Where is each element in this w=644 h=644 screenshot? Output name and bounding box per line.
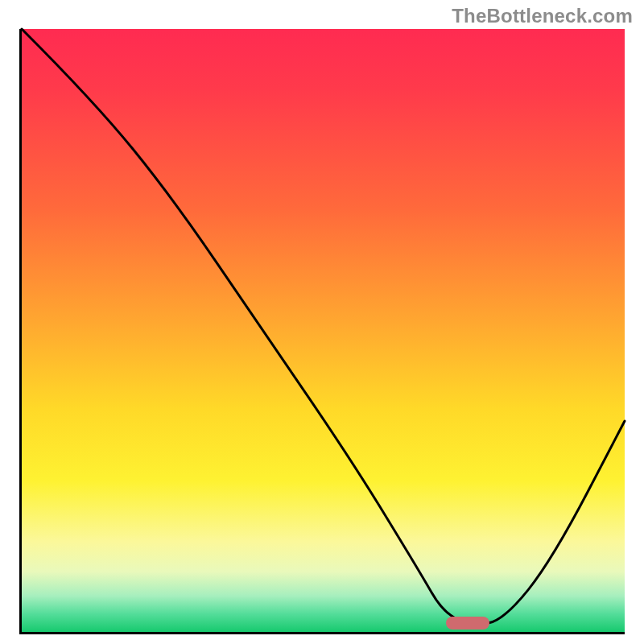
chart-line-layer xyxy=(22,29,625,632)
chart-axes-box xyxy=(19,29,625,634)
bottleneck-curve xyxy=(22,29,625,624)
optimum-marker xyxy=(446,617,489,630)
watermark-text: TheBottleneck.com xyxy=(452,5,633,27)
chart-wrapper: TheBottleneck.com xyxy=(0,0,644,644)
